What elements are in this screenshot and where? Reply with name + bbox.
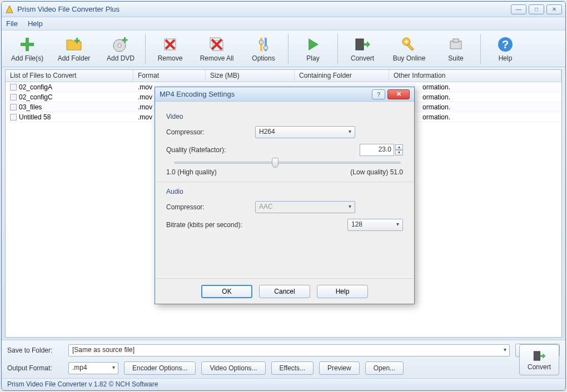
key-icon xyxy=(400,36,418,53)
svg-rect-24 xyxy=(407,44,414,51)
bitrate-label: Bitrate (kbits per second): xyxy=(166,221,266,229)
add-folder-button[interactable]: Add Folder xyxy=(51,32,97,66)
dialog-body: Video Compressor: H264 Quality (Ratefact… xyxy=(155,102,414,278)
quality-max-label: (Low quality) 51.0 xyxy=(350,168,403,176)
svg-marker-0 xyxy=(6,6,13,13)
col-header-format[interactable]: Format xyxy=(133,70,206,82)
cancel-button[interactable]: Cancel xyxy=(259,285,310,298)
dvd-plus-icon xyxy=(112,36,130,53)
remove-all-button[interactable]: Remove All xyxy=(193,32,240,66)
output-format-combo[interactable]: .mp4 xyxy=(68,362,118,374)
file-icon xyxy=(10,84,17,91)
preview-button[interactable]: Preview xyxy=(319,361,360,375)
maximize-button[interactable]: □ xyxy=(529,4,544,14)
dialog-buttons: OK Cancel Help xyxy=(155,278,414,304)
audio-compressor-select: AAC xyxy=(255,201,355,213)
svg-rect-29 xyxy=(534,351,540,360)
svg-point-23 xyxy=(405,40,408,43)
quality-min-label: 1.0 (High quality) xyxy=(166,168,217,176)
dialog-help-icon[interactable]: ? xyxy=(372,89,385,99)
encoder-options-button[interactable]: Encoder Options... xyxy=(124,361,196,375)
col-header-size[interactable]: Size (MB) xyxy=(206,70,295,82)
dialog-help-button[interactable]: Help xyxy=(317,285,368,298)
col-header-name[interactable]: List of Files to Convert xyxy=(6,70,133,82)
convert-button[interactable]: Convert xyxy=(339,32,386,66)
audio-compressor-label: Compressor: xyxy=(166,203,255,211)
play-button[interactable]: Play xyxy=(290,32,336,66)
menu-help[interactable]: Help xyxy=(28,19,43,28)
bitrate-select[interactable]: 128 xyxy=(347,219,403,231)
col-header-folder[interactable]: Containing Folder xyxy=(295,70,389,82)
convert-icon xyxy=(531,349,547,363)
suite-icon xyxy=(447,36,465,53)
dialog-close-button[interactable]: ✕ xyxy=(387,89,410,99)
quality-label: Quality (Ratefactor): xyxy=(166,146,255,154)
svg-point-6 xyxy=(118,44,121,47)
big-convert-button[interactable]: Convert xyxy=(519,344,559,375)
output-format-label: Output Format: xyxy=(7,364,63,372)
quality-slider[interactable] xyxy=(174,162,401,164)
effects-button[interactable]: Effects... xyxy=(271,361,314,375)
bottom-bar: Save to Folder: [Same as source file] Br… xyxy=(2,340,565,378)
close-button[interactable]: ✕ xyxy=(546,4,562,14)
app-icon xyxy=(5,5,14,14)
quality-stepper[interactable]: ▲▼ xyxy=(395,144,403,155)
save-to-label: Save to Folder: xyxy=(7,346,63,354)
add-dvd-button[interactable]: Add DVD xyxy=(97,32,144,66)
help-button[interactable]: ?Help xyxy=(482,32,529,66)
col-header-other[interactable]: Other Information xyxy=(389,70,561,82)
remove-button[interactable]: Remove xyxy=(147,32,193,66)
play-icon xyxy=(304,36,322,53)
app-title: Prism Video File Converter Plus xyxy=(17,5,511,13)
options-button[interactable]: Options xyxy=(240,32,287,66)
video-options-button[interactable]: Video Options... xyxy=(201,361,265,375)
titlebar: Prism Video File Converter Plus — □ ✕ xyxy=(2,2,565,17)
options-icon xyxy=(255,36,272,53)
convert-icon xyxy=(354,36,371,53)
encoding-settings-dialog: MP4 Encoding Settings ? ✕ Video Compress… xyxy=(155,87,415,304)
quality-input[interactable]: 23.0 xyxy=(360,144,394,156)
video-group-label: Video xyxy=(166,113,403,120)
buy-online-button[interactable]: Buy Online xyxy=(386,32,432,66)
svg-rect-2 xyxy=(21,43,34,46)
dialog-titlebar: MP4 Encoding Settings ? ✕ xyxy=(155,87,414,102)
plus-icon xyxy=(18,36,36,53)
ok-button[interactable]: OK xyxy=(201,285,252,298)
suite-button[interactable]: Suite xyxy=(432,32,479,66)
svg-marker-20 xyxy=(309,38,319,51)
add-files-button[interactable]: Add File(s) xyxy=(4,32,51,66)
video-compressor-label: Compressor: xyxy=(166,128,255,136)
file-icon xyxy=(10,104,17,110)
svg-point-19 xyxy=(263,46,268,50)
dialog-title: MP4 Encoding Settings xyxy=(160,90,372,98)
toolbar: Add File(s) Add Folder Add DVD Remove Re… xyxy=(2,31,565,67)
svg-rect-21 xyxy=(356,39,364,50)
video-compressor-select[interactable]: H264 xyxy=(255,126,355,138)
save-to-combo[interactable]: [Same as source file] xyxy=(68,344,510,356)
help-icon: ? xyxy=(496,36,514,53)
svg-rect-26 xyxy=(453,39,459,42)
audio-group-label: Audio xyxy=(166,188,403,195)
svg-text:?: ? xyxy=(502,38,509,51)
svg-rect-4 xyxy=(74,39,80,41)
file-icon xyxy=(10,94,17,100)
menubar: File Help xyxy=(2,17,565,31)
folder-plus-icon xyxy=(65,36,83,53)
file-icon xyxy=(10,114,17,120)
minimize-button[interactable]: — xyxy=(511,4,526,14)
svg-point-18 xyxy=(259,40,263,44)
slider-thumb[interactable] xyxy=(272,158,278,168)
remove-icon xyxy=(161,36,179,53)
remove-all-icon xyxy=(208,36,226,53)
menu-file[interactable]: File xyxy=(6,19,18,28)
svg-rect-8 xyxy=(122,39,128,41)
status-bar: Prism Video File Converter v 1.82 © NCH … xyxy=(2,378,565,390)
open-button[interactable]: Open... xyxy=(365,361,404,375)
list-header: List of Files to Convert Format Size (MB… xyxy=(6,70,561,82)
